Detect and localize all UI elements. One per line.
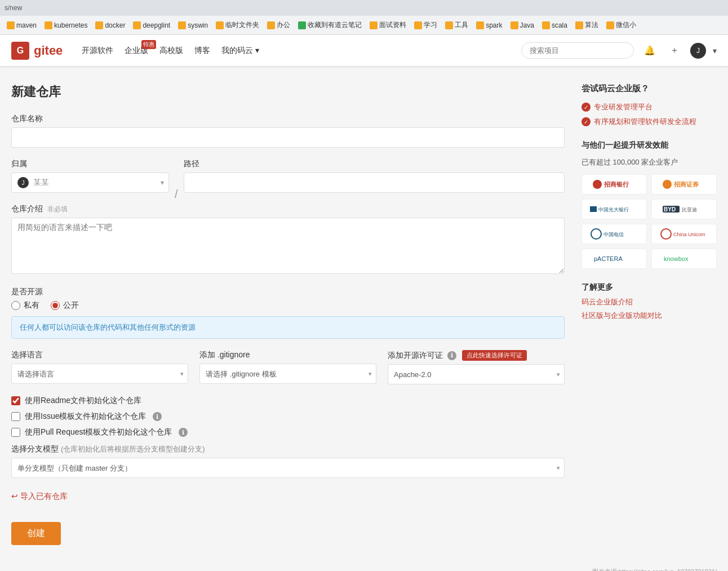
- user-avatar[interactable]: J: [690, 43, 706, 59]
- issue-label: 使用Issue模板文件初始化这个仓库: [25, 411, 146, 422]
- compare-link[interactable]: 社区版与企业版功能对比: [581, 311, 717, 321]
- readme-checkbox-item[interactable]: 使用Readme文件初始化这个仓库: [11, 396, 565, 406]
- bookmark-icon: [542, 21, 550, 29]
- company-unicom: China Unicom: [651, 224, 717, 244]
- svg-point-9: [591, 229, 601, 239]
- bookmark-item[interactable]: 面试资料: [367, 19, 409, 31]
- bookmark-item[interactable]: Java: [508, 20, 536, 30]
- company-byd: BYD 比亚迪: [651, 199, 717, 219]
- license-select[interactable]: Apache-2.0: [388, 364, 565, 384]
- boost-section: 与他们一起提升研发效能 已有超过 100,000 家企业客户 招商银行 招商证券: [581, 140, 717, 269]
- bookmark-icon: [414, 21, 422, 29]
- description-optional: 非必填: [47, 205, 68, 213]
- bookmark-item[interactable]: syswin: [176, 20, 210, 30]
- svg-text:比亚迪: 比亚迪: [682, 207, 697, 213]
- path-input[interactable]: [184, 172, 565, 193]
- bookmark-item[interactable]: kubernetes: [42, 20, 90, 30]
- bookmark-item[interactable]: 学习: [412, 19, 440, 31]
- radio-public[interactable]: 公开: [51, 300, 79, 311]
- svg-text:pACTERA: pACTERA: [594, 255, 623, 262]
- enterprise-intro-link[interactable]: 码云企业版介绍: [581, 297, 717, 307]
- branch-select[interactable]: 单分支模型（只创建 master 分支）: [11, 458, 565, 478]
- owner-avatar: J: [17, 177, 29, 188]
- plus-icon[interactable]: ＋: [665, 42, 683, 60]
- gitignore-select[interactable]: 请选择 .gitignore 模板: [199, 364, 376, 384]
- main-layout: 新建仓库 仓库名称 归属 J 某某 ▾ / 路径: [0, 67, 728, 562]
- nav-opensource[interactable]: 开源软件: [82, 43, 113, 58]
- license-group: 添加开源许可证 ℹ 点此快速选择许可证 Apache-2.0 ▾: [388, 350, 565, 384]
- nav-mycloud[interactable]: 我的码云 ▾: [221, 43, 259, 58]
- issue-checkbox-item[interactable]: 使用Issue模板文件初始化这个仓库 ℹ: [11, 411, 565, 422]
- bookmark-item[interactable]: 工具: [443, 19, 470, 31]
- bookmark-icon: [267, 21, 275, 29]
- radio-private-input[interactable]: [11, 301, 20, 310]
- issue-checkbox[interactable]: [11, 412, 20, 421]
- notification-icon[interactable]: 🔔: [641, 42, 659, 60]
- company-zhsc: 招商证券: [651, 174, 717, 194]
- pullrequest-checkbox[interactable]: [11, 428, 20, 437]
- issue-info-icon[interactable]: ℹ: [153, 412, 162, 421]
- nav-links: 开源软件 企业版 特惠 高校版 博客 我的码云 ▾: [82, 43, 259, 58]
- gitignore-select-wrap: 请选择 .gitignore 模板 ▾: [199, 364, 376, 384]
- branch-sub: (仓库初始化后将根据所选分支模型创建分支): [61, 445, 205, 453]
- import-link[interactable]: ↩ 导入已有仓库: [11, 492, 68, 502]
- svg-point-11: [661, 229, 671, 239]
- search-input[interactable]: [521, 42, 634, 59]
- nav-university[interactable]: 高校版: [159, 43, 183, 58]
- logo-icon: G: [11, 42, 29, 60]
- bookmark-item[interactable]: deepglint: [131, 20, 172, 30]
- radio-public-input[interactable]: [51, 301, 60, 310]
- create-button[interactable]: 创建: [11, 522, 61, 545]
- license-tooltip-badge[interactable]: 点此快速选择许可证: [462, 350, 527, 361]
- nav-search-area: 🔔 ＋ J ▾: [521, 42, 717, 60]
- company-pactera: pACTERA: [581, 249, 647, 269]
- avatar-dropdown-arrow[interactable]: ▾: [713, 46, 717, 55]
- search-wrap: [521, 42, 634, 59]
- license-info-icon[interactable]: ℹ: [447, 351, 456, 360]
- language-label: 选择语言: [11, 350, 188, 360]
- sidebar: 尝试码云企业版？ ✓ 专业研发管理平台 ✓ 有序规划和管理软件研发全流程 与他们…: [581, 83, 717, 545]
- svg-text:中国光大银行: 中国光大银行: [598, 207, 629, 213]
- boost-title: 与他们一起提升研发效能: [581, 140, 717, 151]
- pullrequest-checkbox-item[interactable]: 使用Pull Request模板文件初始化这个仓库 ℹ: [11, 427, 565, 437]
- readme-checkbox[interactable]: [11, 396, 20, 405]
- language-select[interactable]: 请选择语言: [11, 364, 188, 384]
- bookmark-item[interactable]: 办公: [265, 19, 292, 31]
- description-group: 仓库介绍 非必填: [11, 204, 565, 276]
- navbar: G gitee 开源软件 企业版 特惠 高校版 博客 我的码云 ▾ 🔔 ＋ J …: [0, 35, 728, 67]
- company-telecom: 中国电信: [581, 224, 647, 244]
- bookmarks-bar: mavenkubernetesdockerdeepglintsyswin临时文件…: [0, 16, 728, 35]
- bookmark-item[interactable]: maven: [5, 20, 39, 30]
- owner-select[interactable]: J 某某 ▾: [11, 172, 169, 193]
- path-separator: /: [175, 188, 178, 204]
- description-textarea[interactable]: [11, 218, 565, 274]
- check-item-1: ✓ 有序规划和管理软件研发全流程: [581, 117, 717, 127]
- pullrequest-label: 使用Pull Request模板文件初始化这个仓库: [25, 427, 172, 437]
- nav-enterprise[interactable]: 企业版 特惠: [125, 43, 148, 58]
- pullrequest-info-icon[interactable]: ℹ: [179, 428, 188, 437]
- license-select-wrap: Apache-2.0 ▾: [388, 364, 565, 384]
- bookmark-item[interactable]: spark: [474, 20, 504, 30]
- bookmark-item[interactable]: docker: [93, 20, 127, 30]
- logo-text: gitee: [34, 43, 63, 58]
- path-group: 路径: [184, 159, 565, 193]
- bookmark-item[interactable]: 收藏到有道云笔记: [296, 19, 364, 31]
- radio-private[interactable]: 私有: [11, 300, 39, 311]
- form-area: 新建仓库 仓库名称 归属 J 某某 ▾ / 路径: [11, 83, 565, 545]
- company-cmb: 招商银行: [581, 174, 647, 194]
- bookmark-item[interactable]: 算法: [573, 19, 601, 31]
- options-row: 选择语言 请选择语言 ▾ 添加 .gitignore 请选择 .gitignor…: [11, 350, 565, 384]
- bookmark-item[interactable]: 临时文件夹: [214, 19, 261, 31]
- radio-private-label: 私有: [24, 300, 39, 311]
- site-logo[interactable]: G gitee: [11, 42, 63, 60]
- checkbox-group: 使用Readme文件初始化这个仓库 使用Issue模板文件初始化这个仓库 ℹ 使…: [11, 396, 565, 437]
- footer-source: 图片来源:https://gitee.com/jyq_18792721831/: [592, 568, 717, 571]
- language-select-wrap: 请选择语言 ▾: [11, 364, 188, 384]
- bookmark-item[interactable]: scala: [540, 20, 570, 30]
- repo-name-input[interactable]: [11, 127, 565, 148]
- bookmark-icon: [370, 21, 378, 29]
- browser-bar: s/new: [0, 0, 728, 16]
- nav-blog[interactable]: 博客: [194, 43, 210, 58]
- bookmark-item[interactable]: 微信小: [604, 19, 638, 31]
- learn-more-section: 了解更多 码云企业版介绍 社区版与企业版功能对比: [581, 282, 717, 321]
